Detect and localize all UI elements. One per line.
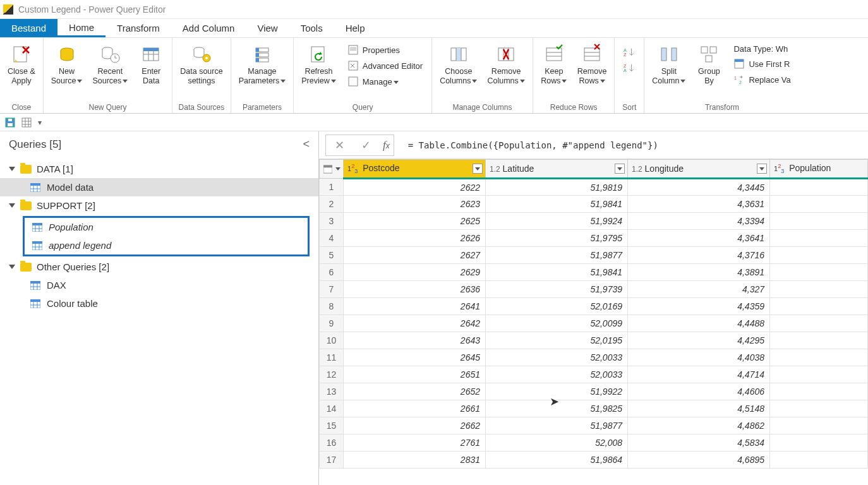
column-header-latitude[interactable]: 1.2 Latitude — [486, 160, 628, 179]
cell-latitude[interactable]: 52,0169 — [486, 298, 628, 315]
row-number[interactable]: 5 — [320, 247, 344, 264]
table-row[interactable]: 4262651,97954,3641 — [320, 230, 868, 247]
cell-population[interactable] — [770, 383, 868, 400]
formula-cancel-icon[interactable]: ✕ — [330, 136, 349, 155]
cell-population[interactable] — [770, 298, 868, 315]
group-by-button[interactable]: Group By — [692, 40, 726, 88]
cell-postcode[interactable]: 2629 — [344, 264, 486, 281]
cell-latitude[interactable]: 51,9825 — [486, 400, 628, 417]
cell-longitude[interactable]: 4,4038 — [628, 349, 770, 366]
cell-postcode[interactable]: 2661 — [344, 400, 486, 417]
menu-tools[interactable]: Tools — [289, 19, 334, 37]
cell-longitude[interactable]: 4,4359 — [628, 298, 770, 315]
manage-parameters-button[interactable]: Manage Parameters — [235, 40, 290, 88]
sort-asc-button[interactable]: AZ — [621, 45, 637, 59]
cell-longitude[interactable]: 4,4295 — [628, 332, 770, 349]
table-row[interactable]: 13265251,99224,4606 — [320, 383, 868, 400]
replace-values-button[interactable]: 12 Replace Va — [731, 73, 793, 87]
menu-view[interactable]: View — [246, 19, 289, 37]
row-number[interactable]: 7 — [320, 281, 344, 298]
cell-postcode[interactable]: 2626 — [344, 230, 486, 247]
cell-population[interactable] — [770, 196, 868, 213]
cell-postcode[interactable]: 2636 — [344, 281, 486, 298]
column-header-postcode[interactable]: 123 Postcode — [344, 160, 486, 179]
cell-latitude[interactable]: 51,9877 — [486, 247, 628, 264]
table-row[interactable]: 15266251,98774,4862 — [320, 417, 868, 434]
cell-latitude[interactable]: 51,9841 — [486, 264, 628, 281]
remove-columns-button[interactable]: Remove Columns — [483, 40, 528, 88]
row-number[interactable]: 1 — [320, 179, 344, 196]
cell-population[interactable] — [770, 400, 868, 417]
cell-latitude[interactable]: 52,0195 — [486, 332, 628, 349]
fx-icon[interactable]: fx — [383, 139, 390, 152]
table-row[interactable]: 5262751,98774,3716 — [320, 247, 868, 264]
cell-population[interactable] — [770, 230, 868, 247]
cell-longitude[interactable]: 4,3394 — [628, 213, 770, 230]
row-number[interactable]: 16 — [320, 434, 344, 452]
data-type-button[interactable]: Data Type: Wh — [731, 43, 793, 55]
cell-latitude[interactable]: 52,0033 — [486, 349, 628, 366]
collapse-panel-icon[interactable]: < — [303, 138, 310, 151]
folder-support[interactable]: SUPPORT [2] — [0, 196, 318, 215]
table-row[interactable]: 7263651,97394,327 — [320, 281, 868, 298]
table-row[interactable]: 11264552,00334,4038 — [320, 349, 868, 366]
row-number[interactable]: 10 — [320, 332, 344, 349]
cell-population[interactable] — [770, 315, 868, 332]
cell-longitude[interactable]: 4,3641 — [628, 230, 770, 247]
menu-file[interactable]: Bestand — [0, 19, 57, 37]
cell-postcode[interactable]: 2622 — [344, 179, 486, 196]
cell-latitude[interactable]: 51,9864 — [486, 452, 628, 469]
row-number[interactable]: 17 — [320, 452, 344, 469]
row-number[interactable]: 4 — [320, 230, 344, 247]
cell-latitude[interactable]: 51,9924 — [486, 213, 628, 230]
cell-postcode[interactable]: 2831 — [344, 452, 486, 469]
cell-population[interactable] — [770, 349, 868, 366]
table-row[interactable]: 8264152,01694,4359 — [320, 298, 868, 315]
cell-longitude[interactable]: 4,4488 — [628, 315, 770, 332]
manage-query-button[interactable]: Manage — [345, 75, 425, 88]
cell-longitude[interactable]: 4,5834 — [628, 434, 770, 452]
cell-postcode[interactable]: 2641 — [344, 298, 486, 315]
row-number[interactable]: 13 — [320, 383, 344, 400]
cell-population[interactable] — [770, 179, 868, 196]
table-row[interactable]: 6262951,98414,3891 — [320, 264, 868, 281]
cell-postcode[interactable]: 2761 — [344, 434, 486, 452]
row-number[interactable]: 15 — [320, 417, 344, 434]
cell-postcode[interactable]: 2662 — [344, 417, 486, 434]
enter-data-button[interactable]: Enter Data — [134, 40, 168, 88]
query-population[interactable]: Population — [25, 218, 308, 236]
refresh-preview-button[interactable]: Refresh Preview — [298, 40, 339, 88]
cell-longitude[interactable]: 4,4862 — [628, 417, 770, 434]
advanced-editor-button[interactable]: Advanced Editor — [345, 59, 425, 73]
use-first-row-button[interactable]: Use First R — [731, 57, 793, 71]
cell-postcode[interactable]: 2645 — [344, 349, 486, 366]
cell-population[interactable] — [770, 247, 868, 264]
filter-icon[interactable] — [473, 164, 483, 174]
cell-longitude[interactable]: 4,3716 — [628, 247, 770, 264]
cell-population[interactable] — [770, 213, 868, 230]
cell-latitude[interactable]: 51,9841 — [486, 196, 628, 213]
save-icon[interactable] — [5, 117, 15, 128]
cell-latitude[interactable]: 52,0033 — [486, 366, 628, 383]
cell-postcode[interactable]: 2627 — [344, 247, 486, 264]
cell-latitude[interactable]: 51,9922 — [486, 383, 628, 400]
cell-longitude[interactable]: 4,327 — [628, 281, 770, 298]
row-number[interactable]: 14 — [320, 400, 344, 417]
table-view-icon[interactable] — [21, 117, 32, 128]
cell-longitude[interactable]: 4,4714 — [628, 366, 770, 383]
table-row[interactable]: 2262351,98414,3631 — [320, 196, 868, 213]
filter-icon[interactable] — [757, 164, 767, 174]
table-row[interactable]: 9264252,00994,4488 — [320, 315, 868, 332]
table-row[interactable]: 3262551,99244,3394 — [320, 213, 868, 230]
cell-postcode[interactable]: 2651 — [344, 366, 486, 383]
cell-population[interactable] — [770, 452, 868, 469]
cell-longitude[interactable]: 4,3631 — [628, 196, 770, 213]
row-number[interactable]: 2 — [320, 196, 344, 213]
formula-accept-icon[interactable]: ✓ — [356, 136, 375, 155]
row-number[interactable]: 11 — [320, 349, 344, 366]
split-column-button[interactable]: Split Column — [648, 40, 689, 88]
properties-button[interactable]: Properties — [345, 43, 425, 57]
cell-postcode[interactable]: 2652 — [344, 383, 486, 400]
cell-postcode[interactable]: 2625 — [344, 213, 486, 230]
cell-latitude[interactable]: 51,9819 — [486, 179, 628, 196]
